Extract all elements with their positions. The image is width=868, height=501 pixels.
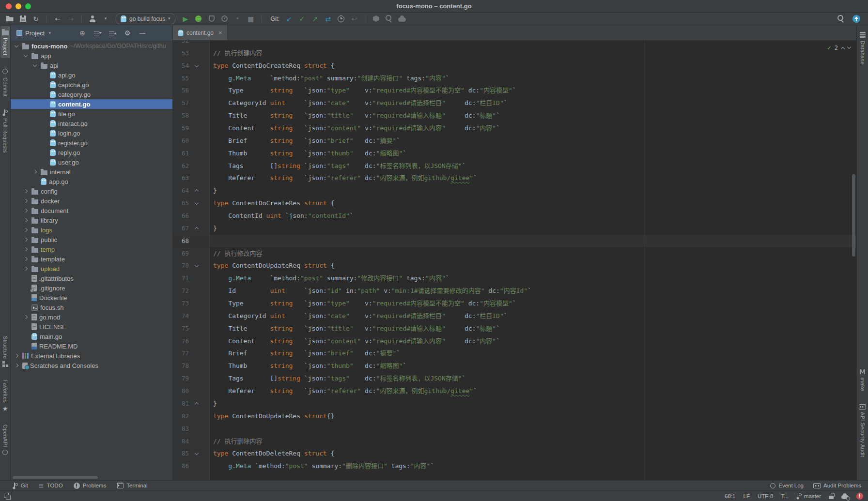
hide-button[interactable]: — <box>138 28 147 38</box>
code-line-80[interactable]: 80 Referer string `json:"referer" dc:"内容… <box>173 385 856 397</box>
code-line-57[interactable]: 57 CategoryId uint `json:"cate" v:"requi… <box>173 97 856 109</box>
line-number[interactable]: 81 <box>173 397 189 410</box>
code-line-54[interactable]: 54type ContentDoCreateReq struct { <box>173 60 856 72</box>
forward-icon[interactable]: → <box>66 14 76 24</box>
code-line-77[interactable]: 77 Brief string `json:"brief" dc:"摘要"` <box>173 347 856 360</box>
line-number[interactable]: 67 <box>173 222 189 235</box>
tool-window-button-openapi[interactable]: OpenAPI <box>1 422 10 458</box>
tool-window-button-structure[interactable]: Structure <box>1 333 10 370</box>
chevron-collapsed-icon[interactable] <box>33 170 37 174</box>
project-panel-title[interactable]: Project ▾ <box>16 30 51 37</box>
chevron-collapsed-icon[interactable] <box>15 354 18 358</box>
status-lock-indicator[interactable] <box>829 493 834 499</box>
code-line-63[interactable]: 63 Referer string `json:"referer" dc:"内容… <box>173 172 856 184</box>
collapse-all-button[interactable] <box>108 28 117 38</box>
code-line-62[interactable]: 62 Tags []string `json:"tags" dc:"标签名称列表… <box>173 160 856 172</box>
tool-window-button-problems[interactable]: Problems <box>74 483 107 489</box>
save-all-icon[interactable] <box>18 14 28 24</box>
line-number[interactable]: 62 <box>173 160 189 172</box>
line-number[interactable]: 78 <box>173 360 189 372</box>
line-number[interactable]: 58 <box>173 109 189 122</box>
code-line-61[interactable]: 61 Thumb string `json:"thumb" dc:"缩略图"` <box>173 147 856 160</box>
zoom-window-button[interactable] <box>25 3 31 9</box>
line-number[interactable]: 59 <box>173 122 189 135</box>
line-number[interactable]: 80 <box>173 385 189 397</box>
chevron-collapsed-icon[interactable] <box>24 189 28 193</box>
line-number[interactable]: 84 <box>173 435 189 448</box>
code-line-86[interactable]: 86 g.Meta `method:"post" summary:"删除内容接口… <box>173 460 856 472</box>
code-line-81[interactable]: 81} <box>173 397 856 410</box>
git-commit-button[interactable]: ✓ <box>297 14 307 24</box>
line-number[interactable]: 72 <box>173 285 189 297</box>
tool-window-button-favorites[interactable]: Favorites★ <box>0 377 10 415</box>
run-button[interactable]: ▶ <box>181 14 190 24</box>
tree-item-app.go[interactable]: app.go <box>11 177 172 186</box>
locate-button[interactable]: ⊕ <box>78 28 87 38</box>
code-line-65[interactable]: 65type ContentDoCreateRes struct { <box>173 197 856 210</box>
line-number[interactable]: 76 <box>173 335 189 348</box>
fold-marker-icon[interactable] <box>195 189 199 193</box>
settings-button[interactable]: ⚙ <box>123 28 132 38</box>
fold-marker-icon[interactable] <box>195 63 199 67</box>
tree-item-file.go[interactable]: file.go <box>11 109 172 119</box>
tool-window-button-git[interactable]: Git <box>13 483 28 489</box>
tool-window-button-event-log[interactable]: Event Log <box>770 483 804 488</box>
code-line-64[interactable]: 64} <box>173 184 856 197</box>
status-indent-info[interactable]: T... <box>781 493 789 499</box>
tree-item-.gitignore[interactable]: .gitignore <box>11 283 172 293</box>
line-number[interactable]: 54 <box>173 60 189 72</box>
chevron-expanded-icon[interactable] <box>24 53 28 57</box>
tree-item-public[interactable]: public <box>11 235 172 244</box>
stop-button[interactable]: ■ <box>246 14 256 24</box>
history-button[interactable] <box>336 14 346 24</box>
fold-marker-icon[interactable] <box>195 227 199 231</box>
git-compare-button[interactable]: ⇄ <box>323 14 333 24</box>
line-number[interactable]: 71 <box>173 272 189 285</box>
tree-item-temp[interactable]: temp <box>11 244 172 254</box>
chevron-collapsed-icon[interactable] <box>24 209 28 213</box>
line-number[interactable]: 57 <box>173 97 189 109</box>
status-line-separator[interactable]: LF <box>743 493 749 499</box>
tree-item-External Libraries[interactable]: External Libraries <box>11 351 172 361</box>
code-line-74[interactable]: 74 CategoryId uint `json:"cate" v:"requi… <box>173 310 856 322</box>
sync-icon[interactable]: ↻ <box>31 14 41 24</box>
tool-window-button-api-security-audit[interactable]: API Security Audit <box>857 401 868 460</box>
code-line-76[interactable]: 76 Content string `json:"content" v:"req… <box>173 335 856 348</box>
profiler-caret-icon[interactable]: ▾ <box>233 14 243 24</box>
tree-item-category.go[interactable]: category.go <box>11 90 172 99</box>
line-number[interactable]: 82 <box>173 410 189 423</box>
tree-item-captcha.go[interactable]: captcha.go <box>11 80 172 90</box>
tree-item-LICENSE[interactable]: LICENSE <box>11 322 172 332</box>
line-number[interactable]: 65 <box>173 197 189 210</box>
git-push-button[interactable]: ↗ <box>310 14 320 24</box>
tool-window-button-project[interactable]: Project <box>0 26 10 58</box>
git-update-button[interactable]: ↙ <box>284 14 294 24</box>
code-line-71[interactable]: 71 g.Meta `method:"post" summary:"修改内容接口… <box>173 272 856 285</box>
fold-marker-icon[interactable] <box>195 201 199 205</box>
tool-window-button-todo[interactable]: ≡TODO <box>39 483 63 489</box>
open-folder-icon[interactable] <box>5 14 15 24</box>
tree-item-app[interactable]: app <box>11 51 172 61</box>
code-line-73[interactable]: 73 Type string `json:"type" v:"required#… <box>173 297 856 310</box>
next-problem-button[interactable] <box>847 45 851 48</box>
code-line-66[interactable]: 66 ContentId uint `json:"contentId"` <box>173 210 856 222</box>
tree-item-user.go[interactable]: user.go <box>11 157 172 167</box>
tree-item-Scratches and Consoles[interactable]: Scratches and Consoles <box>11 361 172 370</box>
line-number[interactable]: 64 <box>173 184 189 197</box>
line-number[interactable]: 53 <box>173 47 189 60</box>
tree-item-config[interactable]: config <box>11 186 172 196</box>
tree-item-focus-mono[interactable]: focus-mono~/Workspace/Go/GOPATH/src/gith… <box>11 41 172 51</box>
tool-window-button-database[interactable]: Database <box>858 29 867 68</box>
tree-item-interact.go[interactable]: interact.go <box>11 119 172 128</box>
debug-button[interactable] <box>194 14 203 24</box>
line-number[interactable]: 60 <box>173 135 189 147</box>
tree-item-library[interactable]: library <box>11 215 172 225</box>
status-code-with-me[interactable] <box>841 493 849 499</box>
fold-marker-icon[interactable] <box>195 451 199 455</box>
tool-window-switcher-icon[interactable] <box>4 493 11 500</box>
close-window-button[interactable] <box>6 3 12 9</box>
line-number[interactable]: 77 <box>173 347 189 360</box>
tab-content-go[interactable]: content.go × <box>173 25 228 40</box>
status-encoding[interactable]: UTF-8 <box>758 493 774 499</box>
chevron-collapsed-icon[interactable] <box>24 315 28 319</box>
